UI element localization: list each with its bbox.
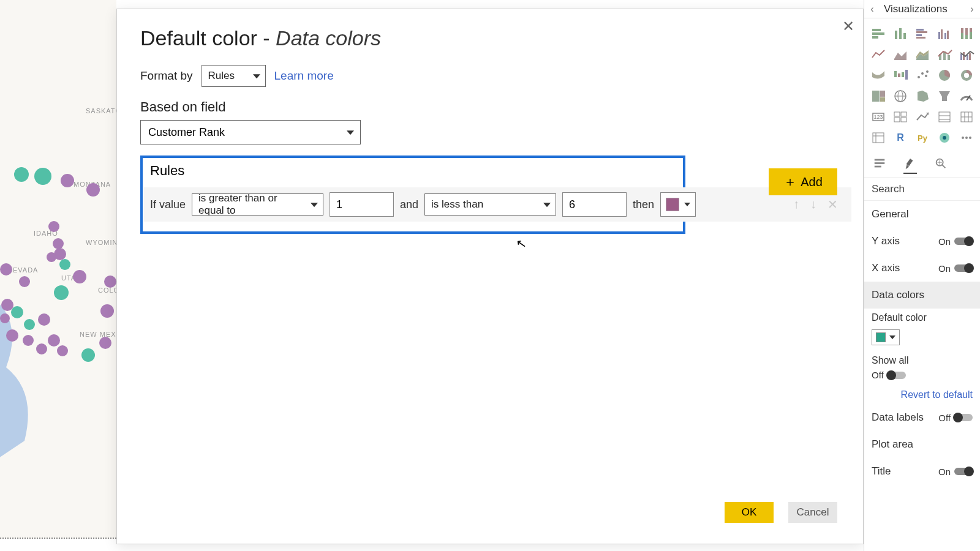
pane-nav-next[interactable]: › bbox=[964, 4, 980, 15]
format-x-axis[interactable]: X axis On bbox=[864, 255, 980, 282]
area-chart-icon[interactable] bbox=[891, 45, 911, 64]
svg-text:R: R bbox=[897, 132, 904, 143]
move-up-icon[interactable]: ↑ bbox=[793, 197, 799, 212]
fields-tab[interactable] bbox=[873, 157, 886, 174]
svg-rect-97 bbox=[875, 162, 885, 164]
revert-to-default-link[interactable]: Revert to default bbox=[864, 386, 980, 404]
default-color-picker[interactable] bbox=[872, 329, 900, 345]
format-tab[interactable] bbox=[903, 157, 917, 174]
dialog-title: Default color - Data colors bbox=[140, 26, 840, 50]
x-axis-toggle[interactable]: On bbox=[938, 263, 973, 274]
move-down-icon[interactable]: ↓ bbox=[810, 197, 816, 212]
pie-chart-icon[interactable] bbox=[935, 66, 955, 84]
svg-point-61 bbox=[926, 70, 929, 73]
svg-point-16 bbox=[0, 313, 10, 323]
rule-operator-2[interactable]: is less than bbox=[424, 193, 556, 216]
rule-value-2[interactable] bbox=[562, 192, 627, 217]
svg-rect-52 bbox=[967, 55, 968, 60]
format-by-select[interactable]: Rules bbox=[202, 65, 266, 87]
table-icon[interactable] bbox=[957, 108, 977, 126]
format-title[interactable]: Title On bbox=[864, 458, 980, 485]
add-rule-button[interactable]: ＋ Add bbox=[769, 168, 837, 195]
color-swatch bbox=[666, 198, 679, 211]
search-input[interactable]: Search bbox=[864, 178, 980, 201]
if-value-label: If value bbox=[150, 198, 186, 211]
svg-rect-66 bbox=[872, 91, 880, 102]
line-clustered-column-icon[interactable] bbox=[957, 45, 977, 64]
matrix-icon[interactable] bbox=[869, 129, 889, 147]
title-toggle[interactable]: On bbox=[938, 467, 973, 477]
cancel-button[interactable]: Cancel bbox=[788, 502, 837, 523]
rule-color-picker[interactable] bbox=[660, 192, 696, 217]
treemap-icon[interactable] bbox=[869, 87, 889, 105]
format-data-labels[interactable]: Data labels Off bbox=[864, 404, 980, 431]
stacked-area-icon[interactable] bbox=[913, 45, 933, 64]
svg-rect-86 bbox=[873, 133, 884, 143]
rules-section-highlight: Rules If value is greater than or equal … bbox=[140, 156, 685, 234]
svg-rect-39 bbox=[944, 33, 946, 39]
show-all-toggle[interactable]: Off bbox=[872, 370, 906, 380]
based-on-field-select[interactable]: Customer Rank bbox=[140, 120, 361, 144]
funnel-icon[interactable] bbox=[935, 87, 955, 105]
arcgis-icon[interactable] bbox=[935, 129, 955, 147]
svg-rect-98 bbox=[875, 166, 881, 168]
svg-rect-37 bbox=[938, 32, 940, 39]
card-icon[interactable]: 123 bbox=[869, 108, 889, 126]
slicer-icon[interactable] bbox=[935, 108, 955, 126]
clustered-column-icon[interactable] bbox=[935, 24, 955, 43]
y-axis-toggle[interactable]: On bbox=[938, 236, 973, 247]
svg-rect-57 bbox=[905, 70, 908, 80]
rule-value-1[interactable] bbox=[330, 192, 394, 217]
clustered-bar-icon[interactable] bbox=[913, 24, 933, 43]
line-stacked-column-icon[interactable] bbox=[935, 45, 955, 64]
svg-point-7 bbox=[59, 259, 70, 270]
pane-nav-prev[interactable]: ‹ bbox=[864, 4, 880, 15]
format-plot-area[interactable]: Plot area bbox=[864, 431, 980, 458]
data-labels-toggle[interactable]: Off bbox=[938, 413, 973, 423]
then-label: then bbox=[633, 198, 654, 211]
svg-rect-29 bbox=[872, 36, 878, 39]
svg-point-20 bbox=[6, 329, 18, 342]
svg-point-9 bbox=[0, 263, 12, 276]
rule-operator-1[interactable]: is greater than or equal to bbox=[192, 193, 323, 216]
svg-point-24 bbox=[57, 345, 68, 356]
svg-rect-76 bbox=[901, 112, 907, 116]
svg-point-18 bbox=[38, 313, 50, 326]
format-general[interactable]: General bbox=[864, 201, 980, 228]
svg-rect-36 bbox=[916, 37, 925, 39]
gauge-icon[interactable] bbox=[957, 87, 977, 105]
svg-point-15 bbox=[11, 306, 23, 318]
python-visual-icon[interactable]: Py bbox=[913, 129, 933, 147]
line-chart-icon[interactable] bbox=[869, 45, 889, 64]
svg-point-58 bbox=[918, 76, 920, 78]
stacked-bar-icon[interactable] bbox=[869, 24, 889, 43]
learn-more-link[interactable]: Learn more bbox=[274, 69, 334, 83]
analytics-tab[interactable] bbox=[934, 157, 948, 174]
format-data-colors[interactable]: Data colors bbox=[864, 282, 980, 309]
svg-point-21 bbox=[23, 335, 34, 346]
map-icon[interactable] bbox=[891, 87, 911, 105]
stacked-column-icon[interactable] bbox=[891, 24, 911, 43]
r-visual-icon[interactable]: R bbox=[891, 129, 911, 147]
svg-point-1 bbox=[34, 168, 51, 185]
format-y-axis[interactable]: Y axis On bbox=[864, 228, 980, 255]
visualizations-pane: ‹ Visualizations › 123 bbox=[864, 0, 980, 551]
delete-rule-icon[interactable]: ✕ bbox=[827, 197, 838, 212]
kpi-icon[interactable] bbox=[913, 108, 933, 126]
ribbon-chart-icon[interactable] bbox=[869, 66, 889, 84]
svg-rect-53 bbox=[969, 53, 971, 60]
svg-point-92 bbox=[943, 136, 946, 140]
donut-chart-icon[interactable] bbox=[957, 66, 977, 84]
waterfall-icon[interactable] bbox=[891, 66, 911, 84]
close-icon[interactable]: ✕ bbox=[842, 18, 854, 35]
hundred-stacked-icon[interactable] bbox=[957, 24, 977, 43]
svg-point-4 bbox=[48, 221, 59, 232]
more-visuals-icon[interactable] bbox=[957, 129, 977, 147]
scatter-icon[interactable] bbox=[913, 66, 933, 84]
svg-rect-55 bbox=[898, 73, 900, 77]
svg-point-94 bbox=[965, 137, 968, 139]
ok-button[interactable]: OK bbox=[725, 502, 774, 523]
filled-map-icon[interactable] bbox=[913, 87, 933, 105]
multi-card-icon[interactable] bbox=[891, 108, 911, 126]
svg-point-0 bbox=[14, 167, 29, 182]
